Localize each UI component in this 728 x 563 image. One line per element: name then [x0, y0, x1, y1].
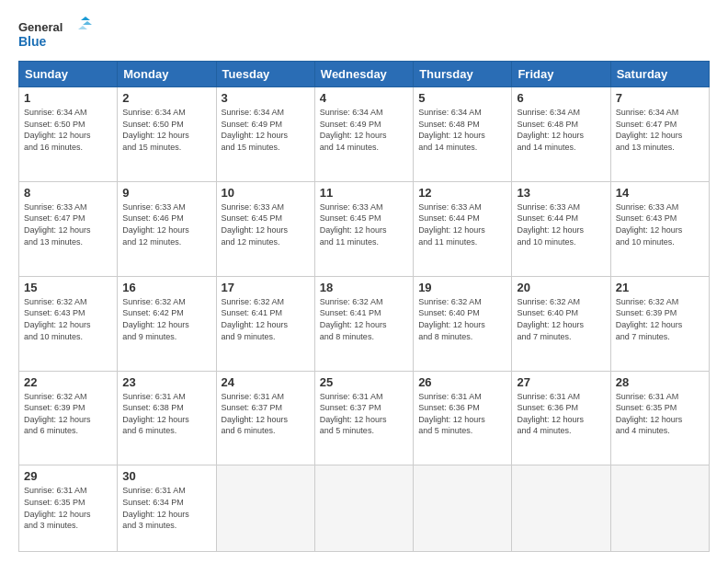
calendar-cell: 11Sunrise: 6:33 AM Sunset: 6:45 PM Dayli… [314, 181, 413, 276]
calendar-cell: 14Sunrise: 6:33 AM Sunset: 6:43 PM Dayli… [610, 181, 709, 276]
day-info: Sunrise: 6:31 AM Sunset: 6:34 PM Dayligh… [122, 485, 210, 531]
svg-marker-3 [83, 21, 92, 25]
day-info: Sunrise: 6:31 AM Sunset: 6:35 PM Dayligh… [24, 485, 112, 531]
day-number: 18 [320, 281, 408, 294]
calendar-cell [216, 465, 314, 552]
day-number: 16 [122, 281, 210, 294]
calendar-cell: 19Sunrise: 6:32 AM Sunset: 6:40 PM Dayli… [414, 276, 512, 371]
day-info: Sunrise: 6:31 AM Sunset: 6:37 PM Dayligh… [320, 391, 408, 437]
svg-marker-2 [81, 17, 90, 20]
day-number: 23 [122, 375, 210, 389]
calendar-cell: 18Sunrise: 6:32 AM Sunset: 6:41 PM Dayli… [314, 276, 413, 371]
day-number: 3 [222, 91, 310, 105]
day-info: Sunrise: 6:34 AM Sunset: 6:49 PM Dayligh… [222, 107, 310, 153]
day-number: 13 [517, 186, 605, 200]
day-number: 11 [320, 186, 408, 200]
weekday-header-monday: Monday [118, 62, 216, 87]
day-info: Sunrise: 6:34 AM Sunset: 6:50 PM Dayligh… [122, 107, 210, 153]
week-row-2: 8Sunrise: 6:33 AM Sunset: 6:47 PM Daylig… [19, 181, 710, 276]
weekday-header-wednesday: Wednesday [314, 62, 413, 87]
day-info: Sunrise: 6:32 AM Sunset: 6:39 PM Dayligh… [616, 296, 704, 342]
day-number: 30 [122, 469, 210, 483]
day-number: 10 [222, 186, 310, 200]
day-number: 17 [222, 281, 310, 294]
weekday-header-row: SundayMondayTuesdayWednesdayThursdayFrid… [19, 62, 710, 87]
calendar-cell: 15Sunrise: 6:32 AM Sunset: 6:43 PM Dayli… [19, 276, 118, 371]
day-info: Sunrise: 6:32 AM Sunset: 6:41 PM Dayligh… [320, 296, 408, 342]
day-info: Sunrise: 6:31 AM Sunset: 6:38 PM Dayligh… [122, 391, 210, 437]
calendar-cell: 20Sunrise: 6:32 AM Sunset: 6:40 PM Dayli… [512, 276, 610, 371]
calendar-cell: 22Sunrise: 6:32 AM Sunset: 6:39 PM Dayli… [19, 371, 118, 465]
calendar-cell: 24Sunrise: 6:31 AM Sunset: 6:37 PM Dayli… [216, 371, 314, 465]
day-info: Sunrise: 6:31 AM Sunset: 6:36 PM Dayligh… [418, 391, 506, 437]
day-number: 1 [24, 91, 112, 105]
calendar-cell: 4Sunrise: 6:34 AM Sunset: 6:49 PM Daylig… [314, 87, 413, 182]
day-info: Sunrise: 6:33 AM Sunset: 6:45 PM Dayligh… [222, 201, 310, 247]
calendar-cell: 21Sunrise: 6:32 AM Sunset: 6:39 PM Dayli… [610, 276, 709, 371]
day-number: 8 [24, 186, 112, 200]
day-info: Sunrise: 6:34 AM Sunset: 6:50 PM Dayligh… [24, 107, 112, 153]
day-number: 22 [24, 375, 112, 389]
day-number: 26 [418, 375, 506, 389]
calendar-cell: 5Sunrise: 6:34 AM Sunset: 6:48 PM Daylig… [414, 87, 512, 182]
day-info: Sunrise: 6:31 AM Sunset: 6:36 PM Dayligh… [517, 391, 605, 437]
weekday-header-tuesday: Tuesday [216, 62, 314, 87]
calendar-cell: 16Sunrise: 6:32 AM Sunset: 6:42 PM Dayli… [118, 276, 216, 371]
weekday-header-thursday: Thursday [414, 62, 512, 87]
day-number: 7 [616, 91, 704, 105]
day-number: 25 [320, 375, 408, 389]
week-row-1: 1Sunrise: 6:34 AM Sunset: 6:50 PM Daylig… [19, 87, 710, 182]
day-info: Sunrise: 6:33 AM Sunset: 6:46 PM Dayligh… [122, 201, 210, 247]
calendar-cell: 1Sunrise: 6:34 AM Sunset: 6:50 PM Daylig… [19, 87, 118, 182]
day-number: 14 [616, 186, 704, 200]
day-info: Sunrise: 6:32 AM Sunset: 6:42 PM Dayligh… [122, 296, 210, 342]
day-number: 6 [517, 91, 605, 105]
header: General Blue [18, 17, 710, 52]
calendar-cell: 3Sunrise: 6:34 AM Sunset: 6:49 PM Daylig… [216, 87, 314, 182]
day-info: Sunrise: 6:34 AM Sunset: 6:48 PM Dayligh… [418, 107, 506, 153]
page: General Blue SundayMondayTuesdayWednesda… [0, 0, 728, 563]
day-number: 4 [320, 91, 408, 105]
day-number: 9 [122, 186, 210, 200]
day-info: Sunrise: 6:33 AM Sunset: 6:44 PM Dayligh… [418, 201, 506, 247]
svg-text:Blue: Blue [18, 34, 47, 49]
day-number: 2 [122, 91, 210, 105]
calendar-cell: 30Sunrise: 6:31 AM Sunset: 6:34 PM Dayli… [118, 465, 216, 552]
day-number: 20 [517, 281, 605, 294]
weekday-header-saturday: Saturday [610, 62, 709, 87]
calendar-cell: 29Sunrise: 6:31 AM Sunset: 6:35 PM Dayli… [19, 465, 118, 552]
day-number: 12 [418, 186, 506, 200]
calendar-cell: 26Sunrise: 6:31 AM Sunset: 6:36 PM Dayli… [414, 371, 512, 465]
day-info: Sunrise: 6:31 AM Sunset: 6:35 PM Dayligh… [616, 391, 704, 437]
day-number: 19 [418, 281, 506, 294]
weekday-header-friday: Friday [512, 62, 610, 87]
calendar-cell: 2Sunrise: 6:34 AM Sunset: 6:50 PM Daylig… [118, 87, 216, 182]
day-info: Sunrise: 6:32 AM Sunset: 6:39 PM Dayligh… [24, 391, 112, 437]
day-info: Sunrise: 6:34 AM Sunset: 6:47 PM Dayligh… [616, 107, 704, 153]
day-info: Sunrise: 6:32 AM Sunset: 6:40 PM Dayligh… [418, 296, 506, 342]
day-info: Sunrise: 6:32 AM Sunset: 6:40 PM Dayligh… [517, 296, 605, 342]
calendar-cell: 6Sunrise: 6:34 AM Sunset: 6:48 PM Daylig… [512, 87, 610, 182]
logo: General Blue [18, 17, 92, 52]
calendar-cell: 9Sunrise: 6:33 AM Sunset: 6:46 PM Daylig… [118, 181, 216, 276]
calendar-cell [610, 465, 709, 552]
day-info: Sunrise: 6:32 AM Sunset: 6:41 PM Dayligh… [222, 296, 310, 342]
day-info: Sunrise: 6:33 AM Sunset: 6:47 PM Dayligh… [24, 201, 112, 247]
day-info: Sunrise: 6:32 AM Sunset: 6:43 PM Dayligh… [24, 296, 112, 342]
day-number: 29 [24, 469, 112, 483]
day-number: 27 [517, 375, 605, 389]
day-number: 21 [616, 281, 704, 294]
calendar-cell [512, 465, 610, 552]
calendar-cell: 28Sunrise: 6:31 AM Sunset: 6:35 PM Dayli… [610, 371, 709, 465]
day-info: Sunrise: 6:31 AM Sunset: 6:37 PM Dayligh… [222, 391, 310, 437]
calendar-cell [314, 465, 413, 552]
calendar-cell: 7Sunrise: 6:34 AM Sunset: 6:47 PM Daylig… [610, 87, 709, 182]
calendar-table: SundayMondayTuesdayWednesdayThursdayFrid… [18, 61, 710, 552]
svg-marker-4 [78, 26, 87, 29]
weekday-header-sunday: Sunday [19, 62, 118, 87]
day-info: Sunrise: 6:34 AM Sunset: 6:49 PM Dayligh… [320, 107, 408, 153]
svg-text:General: General [18, 20, 63, 34]
day-info: Sunrise: 6:34 AM Sunset: 6:48 PM Dayligh… [517, 107, 605, 153]
day-info: Sunrise: 6:33 AM Sunset: 6:44 PM Dayligh… [517, 201, 605, 247]
calendar-cell: 13Sunrise: 6:33 AM Sunset: 6:44 PM Dayli… [512, 181, 610, 276]
